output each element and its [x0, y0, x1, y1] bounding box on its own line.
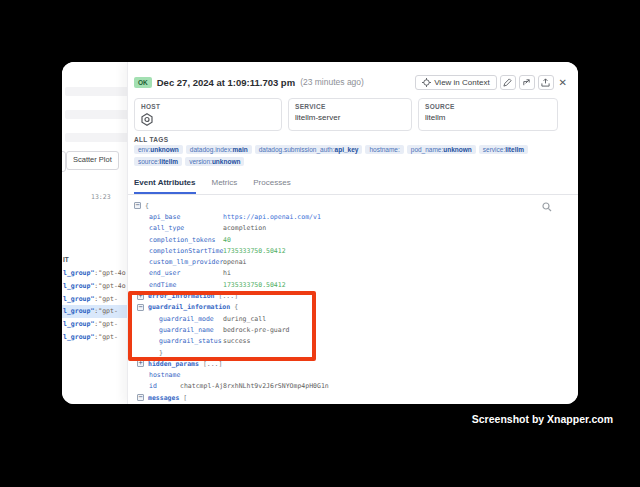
- event-relative-time: (23 minutes ago): [300, 77, 364, 87]
- attribute-row-id: idchatcmpl-Aj8rxhNLht9v2J6rSNYOmp4pH0G1n: [128, 381, 578, 392]
- punctuation: [: [183, 394, 187, 402]
- tag-datadog.submission_auth[interactable]: datadog.submission_auth:api_key: [255, 145, 363, 154]
- attribute-value: chatcmpl-Aj8rxhNLht9v2J6rSNYOmp4pH0G1n: [180, 382, 329, 390]
- skeleton-bar: [65, 133, 129, 142]
- punctuation: {: [145, 202, 149, 210]
- log-row-key: l_group": [63, 307, 94, 315]
- log-row-key: l_group": [63, 282, 94, 290]
- tag-key: datadog.submission_auth:: [259, 146, 335, 153]
- tag-key: service:: [483, 146, 505, 153]
- tags-list: env:unknowndatadog.index:maindatadog.sub…: [134, 145, 576, 166]
- attribute-row-endTime: endTime1735333750.50412: [128, 279, 578, 290]
- edit-button[interactable]: [500, 75, 516, 90]
- host-box[interactable]: HOST: [134, 98, 282, 131]
- attribute-key[interactable]: id: [149, 382, 180, 390]
- tag-pod_name[interactable]: pod_name:unknown: [407, 145, 476, 154]
- tag-source[interactable]: source:litellm: [134, 157, 182, 166]
- host-hexagon-icon: [141, 113, 275, 126]
- background-panel: Scatter Plot 13:23 IT l_group":"gpt-4ol_…: [62, 62, 127, 404]
- attribute-value: 1735333750.50412: [223, 281, 286, 289]
- attribute-key[interactable]: completionStartTime: [149, 247, 223, 255]
- attribute-key[interactable]: completion_tokens: [149, 236, 223, 244]
- log-row-value: :"gpt-4o: [94, 269, 125, 277]
- attribute-row-end_user: end_userhi: [128, 268, 578, 279]
- attribute-key[interactable]: hostname: [149, 371, 180, 379]
- attribute-key[interactable]: endTime: [149, 281, 223, 289]
- tab-metrics[interactable]: Metrics: [212, 175, 238, 194]
- log-list-row[interactable]: l_group":"gpt-: [62, 330, 127, 343]
- all-tags-label: ALL TAGS: [134, 136, 168, 143]
- host-label: HOST: [141, 103, 275, 110]
- tag-key: datadog.index:: [190, 146, 233, 153]
- view-in-context-label: View in Context: [434, 78, 489, 87]
- tag-version[interactable]: version:unknown: [185, 157, 244, 166]
- attribute-row-completion_tokens: completion_tokens40: [128, 234, 578, 245]
- tag-key: env:: [138, 146, 150, 153]
- collapse-icon[interactable]: −: [137, 394, 144, 401]
- tag-datadog.index[interactable]: datadog.index:main: [186, 145, 252, 154]
- log-list-row[interactable]: l_group":"gpt-: [62, 305, 127, 318]
- attribute-value: acompletion: [223, 224, 266, 232]
- export-button[interactable]: [538, 75, 554, 90]
- attribute-key[interactable]: messages: [148, 394, 179, 402]
- service-label: SERVICE: [295, 103, 405, 110]
- source-label: SOURCE: [425, 103, 551, 110]
- tag-value: unknown: [443, 146, 472, 153]
- log-row-value: :"gpt-4o: [94, 282, 125, 290]
- source-value: litellm: [425, 113, 551, 122]
- log-list-row[interactable]: l_group":"gpt-4o: [62, 267, 127, 280]
- tag-service[interactable]: service:litellm: [479, 145, 528, 154]
- attribute-key[interactable]: call_type: [149, 224, 223, 232]
- log-row-value: :"gpt-: [94, 295, 117, 303]
- log-row-key: l_group": [63, 269, 94, 277]
- view-in-context-button[interactable]: View in Context: [415, 75, 496, 90]
- tag-value: api_key: [335, 146, 359, 153]
- attribute-key[interactable]: custom_llm_provider: [149, 258, 223, 266]
- log-list-row[interactable]: l_group":"gpt-: [62, 292, 127, 305]
- close-icon[interactable]: ✕: [557, 75, 569, 90]
- export-icon: [541, 78, 550, 87]
- scatter-plot-button[interactable]: Scatter Plot: [66, 151, 119, 170]
- tab-event-attributes[interactable]: Event Attributes: [134, 175, 196, 194]
- log-row-key: l_group": [63, 320, 94, 328]
- log-list-row[interactable]: l_group":"gpt-: [62, 318, 127, 331]
- attribute-row-custom_llm_provider: custom_llm_provideropenai: [128, 256, 578, 267]
- tag-key: hostname:: [369, 146, 399, 153]
- tag-value: litellm: [159, 158, 178, 165]
- app-window: Scatter Plot 13:23 IT l_group":"gpt-4ol_…: [62, 62, 578, 404]
- log-row-value: :"gpt-: [94, 333, 117, 341]
- tag-key: source:: [138, 158, 159, 165]
- attribute-key[interactable]: api_base: [149, 213, 223, 221]
- search-icon[interactable]: [542, 202, 552, 212]
- source-box[interactable]: SOURCE litellm: [418, 98, 558, 131]
- collapse-icon[interactable]: −: [134, 202, 141, 209]
- attribute-value[interactable]: https://api.openai.com/v1: [223, 213, 321, 221]
- event-header: OK Dec 27, 2024 at 1:09:11.703 pm (23 mi…: [134, 73, 569, 91]
- log-row-key: l_group": [63, 333, 94, 341]
- service-box[interactable]: SERVICE litellm-server: [288, 98, 412, 131]
- log-row-key: l_group": [63, 295, 94, 303]
- log-list-header: IT: [63, 256, 69, 263]
- log-row-value: :"gpt-: [94, 320, 117, 328]
- tag-hostname[interactable]: hostname:: [365, 145, 403, 154]
- attribute-value: 1735333750.50412: [223, 247, 286, 255]
- tab-processes[interactable]: Processes: [253, 175, 290, 194]
- tag-value: litellm: [505, 146, 524, 153]
- attribute-key[interactable]: end_user: [149, 269, 223, 277]
- header-actions: View in Context ✕: [415, 75, 569, 90]
- log-list-row[interactable]: l_group":"gpt-4o: [62, 280, 127, 293]
- event-timestamp: Dec 27, 2024 at 1:09:11.703 pm: [157, 77, 295, 88]
- attribute-row-call_type: call_typeacompletion: [128, 223, 578, 234]
- time-axis-tick: 13:23: [91, 193, 111, 201]
- expand-icon[interactable]: +: [137, 360, 144, 367]
- tag-env[interactable]: env:unknown: [134, 145, 183, 154]
- attribute-value: 40: [223, 236, 231, 244]
- pencil-icon: [503, 78, 512, 87]
- attribute-value: openai: [223, 258, 246, 266]
- related-traces-button[interactable]: [519, 75, 535, 90]
- tag-key: pod_name:: [411, 146, 444, 153]
- attribute-row: −{: [128, 200, 578, 211]
- annotation-rectangle: [128, 291, 316, 361]
- service-value: litellm-server: [295, 113, 405, 122]
- tag-value: main: [232, 146, 247, 153]
